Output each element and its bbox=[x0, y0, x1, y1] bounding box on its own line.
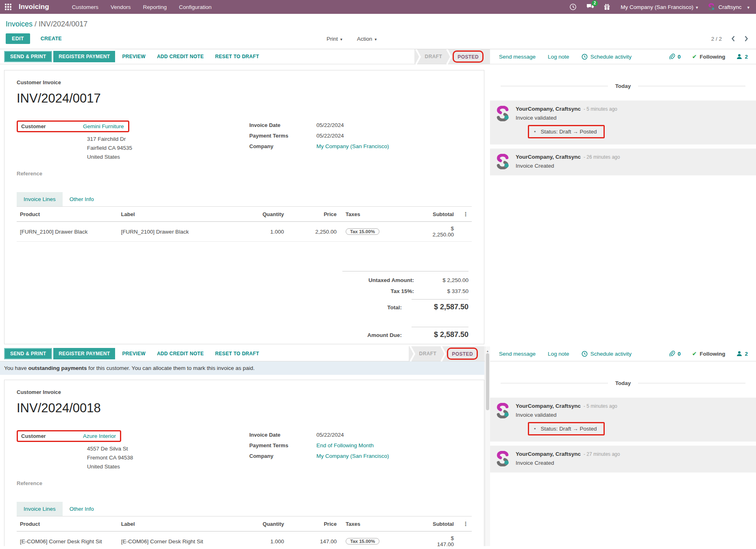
invoice-lines-table: Product Label Quantity Price Taxes Subto… bbox=[17, 207, 472, 242]
invoice-date-value: 05/22/2024 bbox=[316, 432, 344, 438]
breadcrumb-current: INV/2024/0017 bbox=[39, 20, 87, 28]
user-menu[interactable]: Craftsync bbox=[708, 3, 749, 11]
schedule-activity-button[interactable]: Schedule activity bbox=[582, 54, 632, 60]
create-button[interactable]: CREATE bbox=[38, 35, 64, 42]
menu-vendors[interactable]: Vendors bbox=[111, 4, 131, 10]
message-text: Invoice Created bbox=[516, 460, 620, 466]
tab-invoice-lines[interactable]: Invoice Lines bbox=[17, 502, 63, 516]
pager-previous-icon[interactable] bbox=[731, 35, 735, 42]
chatter-message: YourCompany, Craftsync- 5 minutes ago In… bbox=[490, 101, 756, 144]
invoice-sheet: Customer Invoice INV/2024/0017 Customer … bbox=[4, 70, 484, 344]
status-widget: DRAFT POSTED bbox=[409, 346, 484, 361]
reset-to-draft-button[interactable]: RESET TO DRAFT bbox=[209, 54, 265, 59]
attachments-button[interactable]: 0 bbox=[669, 53, 681, 60]
vertical-scrollbar[interactable] bbox=[485, 346, 490, 546]
company-link[interactable]: My Company (San Francisco) bbox=[316, 143, 389, 149]
annotation-box-posted: POSTED bbox=[453, 50, 484, 63]
invoice-lines-table: Product Label Quantity Price Taxes Subto… bbox=[17, 516, 472, 546]
company-link[interactable]: My Company (San Francisco) bbox=[316, 453, 389, 459]
menu-reporting[interactable]: Reporting bbox=[143, 4, 167, 10]
invoice-date-label: Invoice Date bbox=[249, 122, 316, 128]
send-message-button[interactable]: Send message bbox=[499, 54, 536, 60]
breadcrumb: Invoices / INV/2024/0017 bbox=[0, 14, 756, 29]
totals-block: Untaxed Amount:$ 2,250.00 Tax 15%:$ 337.… bbox=[342, 271, 468, 339]
scrollbar-thumb[interactable] bbox=[486, 353, 489, 410]
company-switcher[interactable]: My Company (San Francisco) bbox=[621, 4, 698, 10]
col-product: Product bbox=[17, 207, 118, 222]
status-posted[interactable]: POSTED bbox=[458, 54, 479, 60]
menu-configuration[interactable]: Configuration bbox=[179, 4, 211, 10]
tab-other-info[interactable]: Other Info bbox=[63, 502, 101, 516]
chevron-down-icon bbox=[693, 4, 698, 10]
send-print-button[interactable]: SEND & PRINT bbox=[4, 348, 52, 359]
menu-customers[interactable]: Customers bbox=[72, 4, 98, 10]
check-icon bbox=[692, 350, 697, 357]
chatter-toolbar: Send message Log note Schedule activity … bbox=[490, 346, 756, 361]
following-button[interactable]: Following bbox=[692, 350, 725, 357]
status-posted[interactable]: POSTED bbox=[452, 351, 473, 357]
cell-price: 2,250.00 bbox=[290, 222, 342, 242]
col-taxes: Taxes bbox=[342, 516, 429, 532]
messages-icon[interactable]: 2 bbox=[586, 3, 594, 11]
schedule-activity-button[interactable]: Schedule activity bbox=[582, 351, 632, 357]
followers-button[interactable]: 2 bbox=[736, 351, 748, 357]
tab-invoice-lines[interactable]: Invoice Lines bbox=[17, 192, 63, 206]
cell-product: [FURN_2100] Drawer Black bbox=[17, 222, 118, 242]
table-row[interactable]: [E-COM06] Corner Desk Right Sit [E-COM06… bbox=[17, 532, 472, 547]
send-message-button[interactable]: Send message bbox=[499, 351, 536, 357]
edit-button[interactable]: EDIT bbox=[6, 33, 30, 44]
preview-button[interactable]: PREVIEW bbox=[116, 54, 151, 59]
send-print-button[interactable]: SEND & PRINT bbox=[4, 51, 52, 62]
apps-grid-icon[interactable] bbox=[5, 4, 11, 10]
message-author[interactable]: YourCompany, Craftsync bbox=[516, 154, 581, 160]
person-icon bbox=[736, 54, 742, 59]
log-note-button[interactable]: Log note bbox=[548, 54, 569, 60]
message-author[interactable]: YourCompany, Craftsync bbox=[516, 451, 581, 457]
tax-label: Tax 15%: bbox=[342, 288, 414, 294]
payment-terms-link[interactable]: End of Following Month bbox=[316, 442, 374, 448]
customer-link[interactable]: Azure Interior bbox=[83, 433, 116, 439]
tax-value: $ 337.50 bbox=[424, 288, 468, 294]
scroll-up-arrow-icon[interactable] bbox=[485, 346, 490, 352]
status-draft[interactable]: DRAFT bbox=[415, 351, 441, 357]
register-payment-button[interactable]: REGISTER PAYMENT bbox=[53, 51, 115, 62]
activities-clock-icon[interactable] bbox=[569, 3, 577, 11]
status-arrow-icon bbox=[440, 346, 446, 361]
record-pager: 2 / 2 bbox=[711, 35, 749, 42]
message-author[interactable]: YourCompany, Craftsync bbox=[516, 403, 581, 409]
reference-label: Reference bbox=[17, 171, 472, 177]
followers-button[interactable]: 2 bbox=[736, 54, 748, 60]
statusbar-band: SEND & PRINT REGISTER PAYMENT PREVIEW AD… bbox=[0, 346, 490, 361]
field-area: Customer Azure Interior 4557 De Silva St… bbox=[17, 430, 472, 492]
tab-other-info[interactable]: Other Info bbox=[63, 192, 101, 206]
message-author[interactable]: YourCompany, Craftsync bbox=[516, 106, 581, 112]
preview-button[interactable]: PREVIEW bbox=[116, 351, 151, 357]
customer-link[interactable]: Gemini Furniture bbox=[83, 123, 124, 129]
optional-columns-toggle[interactable] bbox=[460, 207, 472, 222]
optional-columns-toggle[interactable] bbox=[460, 516, 472, 532]
invoice-date-label: Invoice Date bbox=[249, 432, 316, 438]
total-value: $ 2,587.50 bbox=[412, 299, 468, 311]
register-payment-button[interactable]: REGISTER PAYMENT bbox=[53, 348, 115, 359]
reset-to-draft-button[interactable]: RESET TO DRAFT bbox=[209, 351, 265, 357]
chatter-toolbar-right: 0 Following 2 bbox=[669, 350, 748, 357]
attachments-button[interactable]: 0 bbox=[669, 350, 681, 357]
table-row[interactable]: [FURN_2100] Drawer Black [FURN_2100] Dra… bbox=[17, 222, 472, 242]
status-tracking-text: Status: Draft → Posted bbox=[541, 129, 597, 135]
bullet-icon bbox=[534, 426, 541, 432]
chevron-down-icon bbox=[338, 36, 342, 42]
chatter-message: YourCompany, Craftsync- 5 minutes ago In… bbox=[490, 398, 756, 442]
pager-next-icon[interactable] bbox=[744, 35, 749, 42]
add-credit-note-button[interactable]: ADD CREDIT NOTE bbox=[151, 54, 209, 59]
gift-icon[interactable] bbox=[603, 3, 611, 11]
annotation-box-status-tracking: Status: Draft → Posted bbox=[528, 125, 605, 138]
following-button[interactable]: Following bbox=[692, 53, 725, 60]
breadcrumb-invoices-link[interactable]: Invoices bbox=[6, 20, 33, 28]
app-title[interactable]: Invoicing bbox=[19, 3, 49, 11]
log-note-button[interactable]: Log note bbox=[548, 351, 569, 357]
status-draft[interactable]: DRAFT bbox=[421, 54, 447, 59]
annotation-box-status-tracking: Status: Draft → Posted bbox=[528, 422, 605, 435]
print-dropdown[interactable]: Print bbox=[327, 36, 342, 42]
action-dropdown[interactable]: Action bbox=[357, 36, 377, 42]
add-credit-note-button[interactable]: ADD CREDIT NOTE bbox=[151, 351, 209, 357]
